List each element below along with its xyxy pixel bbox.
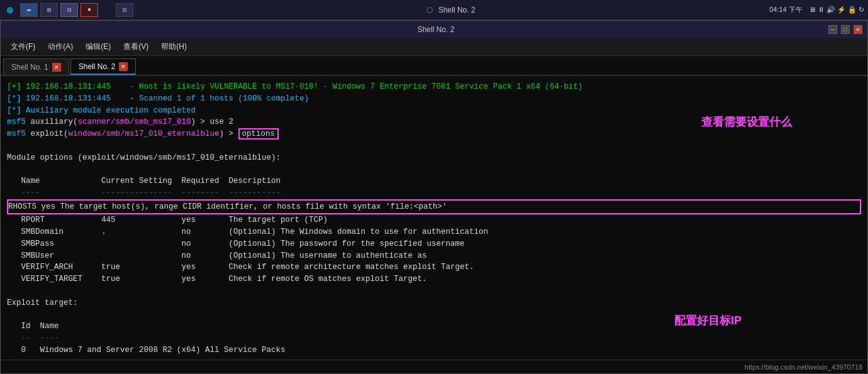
tab-shell1-label: Shell No. 1	[11, 63, 48, 72]
window-controls: — □ ✕	[828, 25, 862, 34]
smbdomain-row: SMBDomain . no (Optional) The Windows do…	[7, 226, 861, 238]
bottom-url: https://blog.csdn.net/weixin_43970718	[745, 363, 862, 371]
bottom-bar: https://blog.csdn.net/weixin_43970718	[1, 360, 867, 373]
window-titlebar: Shell No. 2 — □ ✕	[1, 21, 867, 38]
tab-shell2-label: Shell No. 2	[79, 62, 116, 71]
menu-edit[interactable]: 编辑(E)	[81, 40, 116, 53]
taskbar-btn-1[interactable]: ▬	[20, 3, 38, 17]
exploit-target-0: 0 Windows 7 and Server 2008 R2 (x64) All…	[7, 344, 861, 356]
exploit-table-sep: -- ----	[7, 333, 861, 344]
output-blank-1	[7, 140, 861, 152]
taskbar-btn-5[interactable]: ⊡	[116, 3, 133, 17]
table-header: Name Current Setting Required Descriptio…	[7, 175, 861, 187]
taskbar-icons: 🖥 ⏸ 🔊 ⚡ 🔒 ↻	[808, 6, 865, 14]
window-title: Shell No. 2	[418, 25, 455, 34]
tab-shell1[interactable]: Shell No. 1 ✕	[3, 58, 69, 75]
rhosts-row: RHOSTS yes The target host(s), range CID…	[7, 199, 861, 215]
verify-arch-row: VERIFY_ARCH true yes Check if remote arc…	[7, 261, 861, 273]
taskbar-left: ⊕ ▬ ⊞ ⊟ ● ⊡	[3, 3, 133, 18]
tab-shell2-close[interactable]: ✕	[119, 62, 128, 71]
taskbar-logo: ⊕	[3, 3, 18, 18]
menu-file[interactable]: 文件(F)	[6, 40, 40, 53]
annotation-2: 配置好目标IP	[674, 312, 742, 329]
module-options-header: Module options (exploit/windows/smb/ms17…	[7, 152, 861, 164]
rport-row: RPORT 445 yes The target port (TCP)	[7, 214, 861, 226]
terminal-window: Shell No. 2 — □ ✕ 文件(F) 动作(A) 编辑(E) 查看(V…	[0, 20, 868, 374]
output-line-2: [*] 192.168.18.131:445 - Scanned 1 of 1 …	[7, 93, 861, 105]
menubar: 文件(F) 动作(A) 编辑(E) 查看(V) 帮助(H)	[1, 38, 867, 56]
annotation-1: 查看需要设置什么	[701, 114, 792, 131]
tabs-bar: Shell No. 1 ✕ Shell No. 2 ✕	[1, 56, 867, 76]
output-blank-2	[7, 163, 861, 175]
terminal-content[interactable]: 查看需要设置什么 配置好目标IP [+] 192.168.18.131:445 …	[1, 76, 867, 360]
menu-view[interactable]: 查看(V)	[118, 40, 153, 53]
output-line-1: [+] 192.168.18.131:445 - Host is likely …	[7, 81, 861, 93]
close-button[interactable]: ✕	[854, 25, 862, 34]
smbpass-row: SMBPass no (Optional) The password for t…	[7, 238, 861, 250]
taskbar-right: 04:14 下午 🖥 ⏸ 🔊 ⚡ 🔒 ↻	[768, 5, 865, 14]
output-blank-5	[7, 356, 861, 360]
tab-shell2[interactable]: Shell No. 2 ✕	[70, 58, 136, 75]
minimize-button[interactable]: —	[828, 25, 837, 34]
taskbar-btn-2[interactable]: ⊞	[40, 3, 58, 17]
maximize-button[interactable]: □	[841, 25, 850, 34]
verify-target-row: VERIFY_TARGET true yes Check if remote O…	[7, 273, 861, 285]
tab-shell1-close[interactable]: ✕	[52, 63, 61, 72]
taskbar-btn-3[interactable]: ⊟	[60, 3, 78, 17]
exploit-target-header: Exploit target:	[7, 297, 861, 309]
taskbar-btn-4[interactable]: ●	[81, 3, 98, 17]
taskbar-title: ⬡ Shell No. 2	[133, 6, 768, 14]
table-sep: ---- --------------- -------- ----------…	[7, 187, 861, 199]
menu-help[interactable]: 帮助(H)	[156, 40, 192, 53]
menu-action[interactable]: 动作(A)	[43, 40, 78, 53]
time-display: 04:14 下午	[768, 5, 804, 14]
output-blank-3	[7, 285, 861, 297]
smbuser-row: SMBUser no (Optional) The username to au…	[7, 250, 861, 262]
taskbar: ⊕ ▬ ⊞ ⊟ ● ⊡ ⬡ Shell No. 2 04:14 下午 🖥 ⏸ 🔊…	[0, 0, 868, 20]
